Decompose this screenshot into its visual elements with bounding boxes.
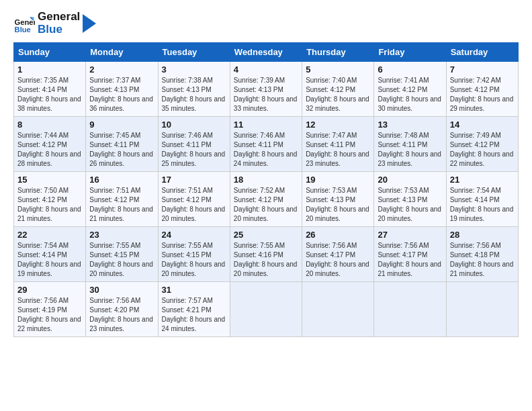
calendar-day-cell: 18Sunrise: 7:52 AMSunset: 4:12 PMDayligh…: [230, 172, 302, 227]
calendar-day-cell: 26Sunrise: 7:56 AMSunset: 4:17 PMDayligh…: [302, 227, 374, 282]
day-number: 29: [17, 285, 82, 295]
calendar-day-cell: 1Sunrise: 7:35 AMSunset: 4:14 PMDaylight…: [14, 62, 86, 117]
calendar-day-cell: 30Sunrise: 7:56 AMSunset: 4:20 PMDayligh…: [86, 282, 158, 337]
calendar-day-cell: 27Sunrise: 7:56 AMSunset: 4:17 PMDayligh…: [374, 227, 446, 282]
day-info: Sunrise: 7:57 AMSunset: 4:21 PMDaylight:…: [162, 296, 226, 334]
calendar-day-cell: 20Sunrise: 7:53 AMSunset: 4:13 PMDayligh…: [374, 172, 446, 227]
day-info: Sunrise: 7:55 AMSunset: 4:15 PMDaylight:…: [89, 241, 154, 279]
calendar-day-cell: [446, 282, 518, 337]
weekday-header: Thursday: [302, 43, 374, 62]
day-number: 7: [450, 64, 515, 75]
weekday-header: Wednesday: [230, 43, 302, 62]
day-number: 11: [234, 120, 298, 130]
calendar-day-cell: 28Sunrise: 7:56 AMSunset: 4:18 PMDayligh…: [446, 227, 518, 282]
day-number: 22: [17, 230, 82, 240]
weekday-header: Saturday: [446, 43, 518, 62]
calendar-day-cell: 16Sunrise: 7:51 AMSunset: 4:12 PMDayligh…: [86, 172, 158, 227]
day-info: Sunrise: 7:51 AMSunset: 4:12 PMDaylight:…: [162, 186, 226, 224]
calendar-day-cell: 2Sunrise: 7:37 AMSunset: 4:13 PMDaylight…: [86, 62, 158, 117]
calendar-day-cell: 13Sunrise: 7:48 AMSunset: 4:11 PMDayligh…: [374, 117, 446, 172]
calendar-day-cell: 5Sunrise: 7:40 AMSunset: 4:12 PMDaylight…: [302, 62, 374, 117]
day-info: Sunrise: 7:56 AMSunset: 4:19 PMDaylight:…: [17, 296, 82, 334]
day-info: Sunrise: 7:41 AMSunset: 4:12 PMDaylight:…: [378, 76, 442, 113]
day-info: Sunrise: 7:56 AMSunset: 4:17 PMDaylight:…: [306, 241, 370, 279]
day-number: 10: [162, 120, 226, 130]
day-number: 17: [162, 175, 226, 185]
calendar-day-cell: [374, 282, 446, 337]
day-info: Sunrise: 7:52 AMSunset: 4:12 PMDaylight:…: [234, 186, 298, 224]
day-number: 23: [89, 230, 154, 240]
day-number: 19: [306, 175, 370, 185]
calendar-day-cell: 15Sunrise: 7:50 AMSunset: 4:12 PMDayligh…: [14, 172, 86, 227]
day-info: Sunrise: 7:44 AMSunset: 4:12 PMDaylight:…: [17, 131, 82, 169]
day-info: Sunrise: 7:54 AMSunset: 4:14 PMDaylight:…: [17, 241, 82, 279]
day-info: Sunrise: 7:45 AMSunset: 4:11 PMDaylight:…: [89, 131, 154, 169]
day-info: Sunrise: 7:39 AMSunset: 4:13 PMDaylight:…: [234, 76, 298, 113]
calendar-day-cell: 3Sunrise: 7:38 AMSunset: 4:13 PMDaylight…: [158, 62, 230, 117]
logo-line1: General: [38, 11, 80, 24]
svg-text:Blue: Blue: [15, 25, 31, 33]
day-number: 1: [17, 64, 82, 75]
day-number: 3: [162, 64, 226, 75]
calendar-body: 1Sunrise: 7:35 AMSunset: 4:14 PMDaylight…: [14, 62, 519, 337]
calendar-day-cell: 11Sunrise: 7:46 AMSunset: 4:11 PMDayligh…: [230, 117, 302, 172]
day-info: Sunrise: 7:46 AMSunset: 4:11 PMDaylight:…: [234, 131, 298, 169]
day-number: 13: [378, 120, 442, 130]
logo-arrow-icon: [83, 14, 96, 33]
day-number: 9: [89, 120, 154, 130]
day-info: Sunrise: 7:56 AMSunset: 4:20 PMDaylight:…: [89, 296, 154, 334]
calendar-day-cell: 4Sunrise: 7:39 AMSunset: 4:13 PMDaylight…: [230, 62, 302, 117]
weekday-header: Tuesday: [158, 43, 230, 62]
calendar-day-cell: 9Sunrise: 7:45 AMSunset: 4:11 PMDaylight…: [86, 117, 158, 172]
day-number: 20: [378, 175, 442, 185]
day-number: 21: [450, 175, 515, 185]
logo: General Blue General Blue: [13, 11, 96, 36]
day-info: Sunrise: 7:55 AMSunset: 4:16 PMDaylight:…: [234, 241, 298, 279]
calendar-day-cell: 17Sunrise: 7:51 AMSunset: 4:12 PMDayligh…: [158, 172, 230, 227]
day-info: Sunrise: 7:42 AMSunset: 4:12 PMDaylight:…: [450, 76, 515, 113]
day-info: Sunrise: 7:56 AMSunset: 4:18 PMDaylight:…: [450, 241, 515, 279]
weekday-header: Sunday: [14, 43, 86, 62]
day-info: Sunrise: 7:46 AMSunset: 4:11 PMDaylight:…: [162, 131, 226, 169]
calendar-day-cell: 7Sunrise: 7:42 AMSunset: 4:12 PMDaylight…: [446, 62, 518, 117]
header: General Blue General Blue: [13, 11, 519, 36]
calendar-day-cell: 25Sunrise: 7:55 AMSunset: 4:16 PMDayligh…: [230, 227, 302, 282]
calendar-day-cell: 10Sunrise: 7:46 AMSunset: 4:11 PMDayligh…: [158, 117, 230, 172]
calendar-header: SundayMondayTuesdayWednesdayThursdayFrid…: [14, 43, 519, 62]
calendar-day-cell: [302, 282, 374, 337]
calendar-week-row: 29Sunrise: 7:56 AMSunset: 4:19 PMDayligh…: [14, 282, 519, 337]
calendar-week-row: 15Sunrise: 7:50 AMSunset: 4:12 PMDayligh…: [14, 172, 519, 227]
day-number: 12: [306, 120, 370, 130]
day-info: Sunrise: 7:49 AMSunset: 4:12 PMDaylight:…: [450, 131, 515, 169]
day-number: 6: [378, 64, 442, 75]
calendar-table: SundayMondayTuesdayWednesdayThursdayFrid…: [13, 42, 519, 337]
day-info: Sunrise: 7:53 AMSunset: 4:13 PMDaylight:…: [378, 186, 442, 224]
calendar-day-cell: 21Sunrise: 7:54 AMSunset: 4:14 PMDayligh…: [446, 172, 518, 227]
logo-line2: Blue: [38, 24, 80, 36]
calendar-day-cell: 23Sunrise: 7:55 AMSunset: 4:15 PMDayligh…: [86, 227, 158, 282]
day-number: 26: [306, 230, 370, 240]
calendar-day-cell: 22Sunrise: 7:54 AMSunset: 4:14 PMDayligh…: [14, 227, 86, 282]
day-number: 24: [162, 230, 226, 240]
day-number: 15: [17, 175, 82, 185]
calendar-day-cell: [230, 282, 302, 337]
day-number: 4: [234, 64, 298, 75]
calendar-day-cell: 31Sunrise: 7:57 AMSunset: 4:21 PMDayligh…: [158, 282, 230, 337]
day-number: 18: [234, 175, 298, 185]
calendar-day-cell: 14Sunrise: 7:49 AMSunset: 4:12 PMDayligh…: [446, 117, 518, 172]
calendar-day-cell: 24Sunrise: 7:55 AMSunset: 4:15 PMDayligh…: [158, 227, 230, 282]
svg-marker-4: [83, 14, 96, 33]
calendar-week-row: 8Sunrise: 7:44 AMSunset: 4:12 PMDaylight…: [14, 117, 519, 172]
calendar-day-cell: 6Sunrise: 7:41 AMSunset: 4:12 PMDaylight…: [374, 62, 446, 117]
calendar-day-cell: 12Sunrise: 7:47 AMSunset: 4:11 PMDayligh…: [302, 117, 374, 172]
day-info: Sunrise: 7:55 AMSunset: 4:15 PMDaylight:…: [162, 241, 226, 279]
calendar-week-row: 22Sunrise: 7:54 AMSunset: 4:14 PMDayligh…: [14, 227, 519, 282]
day-number: 31: [162, 285, 226, 295]
day-info: Sunrise: 7:56 AMSunset: 4:17 PMDaylight:…: [378, 241, 442, 279]
day-info: Sunrise: 7:35 AMSunset: 4:14 PMDaylight:…: [17, 76, 82, 113]
day-info: Sunrise: 7:47 AMSunset: 4:11 PMDaylight:…: [306, 131, 370, 169]
day-info: Sunrise: 7:48 AMSunset: 4:11 PMDaylight:…: [378, 131, 442, 169]
weekday-header: Monday: [86, 43, 158, 62]
day-number: 14: [450, 120, 515, 130]
day-info: Sunrise: 7:53 AMSunset: 4:13 PMDaylight:…: [306, 186, 370, 224]
